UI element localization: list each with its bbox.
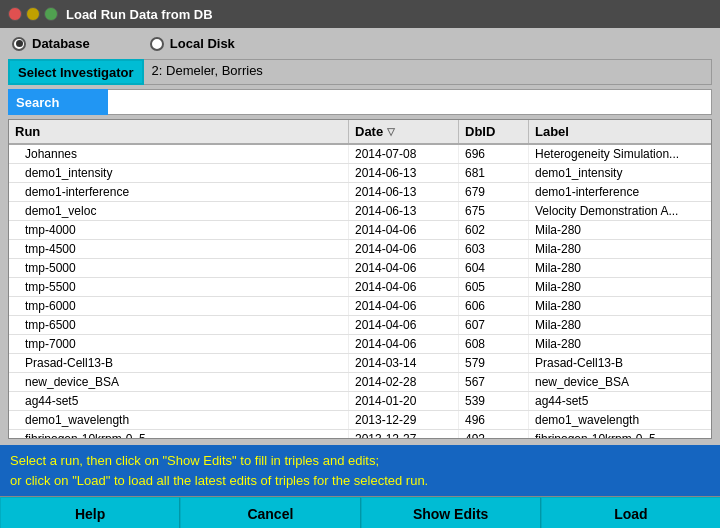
col-label: Label [529, 120, 711, 143]
cancel-button[interactable]: Cancel [180, 497, 360, 528]
cell-label: fibrinogen-10krpm-0_5 [529, 430, 711, 439]
title-bar: Load Run Data from DB [0, 0, 720, 28]
cell-dbid: 679 [459, 183, 529, 201]
cell-label: Mila-280 [529, 297, 711, 315]
table-row[interactable]: tmp-4500 2014-04-06 603 Mila-280 [9, 240, 711, 259]
cell-label: Mila-280 [529, 240, 711, 258]
cell-date: 2014-01-20 [349, 392, 459, 410]
cell-label: Velocity Demonstration A... [529, 202, 711, 220]
search-label: Search [8, 89, 108, 115]
table-row[interactable]: demo1-interference 2014-06-13 679 demo1-… [9, 183, 711, 202]
cell-run: demo1_wavelength [9, 411, 349, 429]
cell-label: Mila-280 [529, 335, 711, 353]
cell-label: Mila-280 [529, 221, 711, 239]
investigator-row: Select Investigator 2: Demeler, Borries [8, 59, 712, 85]
cell-date: 2014-07-08 [349, 145, 459, 163]
cell-dbid: 604 [459, 259, 529, 277]
cell-run: new_device_BSA [9, 373, 349, 391]
cell-date: 2013-12-29 [349, 411, 459, 429]
status-line-2: or click on "Load" to load all the lates… [10, 471, 710, 491]
cell-run: demo1_veloc [9, 202, 349, 220]
table-row[interactable]: demo1_veloc 2014-06-13 675 Velocity Demo… [9, 202, 711, 221]
col-date[interactable]: Date ▽ [349, 120, 459, 143]
close-button[interactable] [8, 7, 22, 21]
table-row[interactable]: tmp-5500 2014-04-06 605 Mila-280 [9, 278, 711, 297]
cell-dbid: 607 [459, 316, 529, 334]
cell-label: Mila-280 [529, 259, 711, 277]
cell-dbid: 602 [459, 221, 529, 239]
investigator-value: 2: Demeler, Borries [144, 59, 712, 85]
button-row: Help Cancel Show Edits Load [0, 496, 720, 528]
table-header: Run Date ▽ DbID Label [9, 120, 711, 145]
cell-date: 2014-04-06 [349, 221, 459, 239]
local-disk-label: Local Disk [170, 36, 235, 51]
cell-date: 2014-03-14 [349, 354, 459, 372]
load-button[interactable]: Load [541, 497, 720, 528]
local-disk-radio[interactable] [150, 37, 164, 51]
status-line-1: Select a run, then click on "Show Edits"… [10, 451, 710, 471]
cell-dbid: 696 [459, 145, 529, 163]
cell-run: ag44-set5 [9, 392, 349, 410]
cell-run: tmp-7000 [9, 335, 349, 353]
table-row[interactable]: Prasad-Cell13-B 2014-03-14 579 Prasad-Ce… [9, 354, 711, 373]
help-button[interactable]: Help [0, 497, 180, 528]
cell-label: Heterogeneity Simulation... [529, 145, 711, 163]
window-title: Load Run Data from DB [66, 7, 213, 22]
cell-run: demo1_intensity [9, 164, 349, 182]
cell-dbid: 579 [459, 354, 529, 372]
source-selector: Database Local Disk [8, 34, 712, 53]
local-disk-option[interactable]: Local Disk [150, 36, 235, 51]
col-dbid: DbID [459, 120, 529, 143]
cell-run: Johannes [9, 145, 349, 163]
cell-dbid: 603 [459, 240, 529, 258]
cell-run: tmp-6000 [9, 297, 349, 315]
col-run: Run [9, 120, 349, 143]
cell-run: tmp-4500 [9, 240, 349, 258]
table-row[interactable]: fibrinogen-10krpm-0_5 2013-12-27 492 fib… [9, 430, 711, 439]
cell-label: demo1-interference [529, 183, 711, 201]
cell-date: 2014-04-06 [349, 335, 459, 353]
table-row[interactable]: Johannes 2014-07-08 696 Heterogeneity Si… [9, 145, 711, 164]
cell-dbid: 492 [459, 430, 529, 439]
table-row[interactable]: tmp-4000 2014-04-06 602 Mila-280 [9, 221, 711, 240]
select-investigator-button[interactable]: Select Investigator [8, 59, 144, 85]
show-edits-button[interactable]: Show Edits [361, 497, 541, 528]
table-row[interactable]: new_device_BSA 2014-02-28 567 new_device… [9, 373, 711, 392]
table-row[interactable]: demo1_intensity 2014-06-13 681 demo1_int… [9, 164, 711, 183]
cell-label: demo1_intensity [529, 164, 711, 182]
cell-label: Mila-280 [529, 316, 711, 334]
search-input[interactable] [108, 89, 712, 115]
cell-date: 2014-04-06 [349, 259, 459, 277]
table-row[interactable]: ag44-set5 2014-01-20 539 ag44-set5 [9, 392, 711, 411]
cell-run: tmp-4000 [9, 221, 349, 239]
cell-label: demo1_wavelength [529, 411, 711, 429]
database-radio[interactable] [12, 37, 26, 51]
cell-dbid: 539 [459, 392, 529, 410]
cell-run: Prasad-Cell13-B [9, 354, 349, 372]
table-row[interactable]: tmp-6000 2014-04-06 606 Mila-280 [9, 297, 711, 316]
cell-dbid: 608 [459, 335, 529, 353]
cell-date: 2014-04-06 [349, 297, 459, 315]
table-row[interactable]: tmp-5000 2014-04-06 604 Mila-280 [9, 259, 711, 278]
cell-label: Mila-280 [529, 278, 711, 296]
cell-dbid: 567 [459, 373, 529, 391]
cell-label: new_device_BSA [529, 373, 711, 391]
cell-run: demo1-interference [9, 183, 349, 201]
cell-dbid: 606 [459, 297, 529, 315]
cell-date: 2014-02-28 [349, 373, 459, 391]
status-area: Select a run, then click on "Show Edits"… [0, 445, 720, 496]
cell-dbid: 496 [459, 411, 529, 429]
table-row[interactable]: demo1_wavelength 2013-12-29 496 demo1_wa… [9, 411, 711, 430]
window-controls [8, 7, 58, 21]
table-row[interactable]: tmp-7000 2014-04-06 608 Mila-280 [9, 335, 711, 354]
cell-run: tmp-6500 [9, 316, 349, 334]
table-row[interactable]: tmp-6500 2014-04-06 607 Mila-280 [9, 316, 711, 335]
minimize-button[interactable] [26, 7, 40, 21]
database-option[interactable]: Database [12, 36, 90, 51]
cell-label: ag44-set5 [529, 392, 711, 410]
cell-date: 2014-06-13 [349, 164, 459, 182]
maximize-button[interactable] [44, 7, 58, 21]
cell-run: fibrinogen-10krpm-0_5 [9, 430, 349, 439]
cell-date: 2013-12-27 [349, 430, 459, 439]
runs-table[interactable]: Run Date ▽ DbID Label Johannes 2014-07-0… [8, 119, 712, 439]
